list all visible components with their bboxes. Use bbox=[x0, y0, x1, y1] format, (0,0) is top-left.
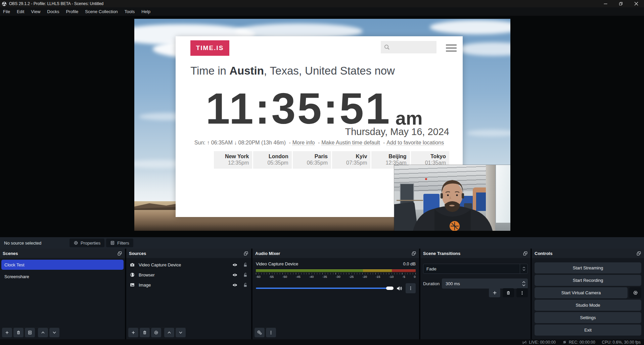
menu-view[interactable]: View bbox=[28, 7, 44, 16]
scene-transitions-panel: Scene Transitions Fade Duration 300 ms bbox=[420, 249, 531, 339]
rec-status: REC: 00:00:00 bbox=[562, 340, 595, 345]
scene-item-screenshare[interactable]: Screenshare bbox=[1, 271, 124, 282]
close-button[interactable] bbox=[629, 0, 644, 7]
move-source-down-button[interactable] bbox=[176, 328, 186, 337]
source-properties-button[interactable] bbox=[151, 328, 161, 337]
clock-display: 11:35:51 am bbox=[176, 87, 453, 130]
source-status-text: No source selected bbox=[4, 241, 70, 246]
scenes-panel: Scenes Clock Test Screenshare bbox=[0, 249, 125, 339]
move-source-up-button[interactable] bbox=[164, 328, 174, 337]
advanced-audio-button[interactable] bbox=[255, 328, 265, 337]
start-recording-button[interactable]: Start Recording bbox=[535, 275, 641, 286]
audio-mixer-panel: Audio Mixer Video Capture Device 0.0 dB bbox=[252, 249, 419, 339]
controls-panel: Controls Start Streaming Start Recording… bbox=[532, 249, 644, 339]
title-bar: OBS 29.1.2 - Profile: LLHLS BETA - Scene… bbox=[0, 0, 644, 7]
dock-area: Scenes Clock Test Screenshare Sources bbox=[0, 249, 644, 339]
unlock-icon[interactable] bbox=[243, 262, 248, 267]
source-row-image[interactable]: Image bbox=[126, 280, 251, 290]
timeis-logo[interactable]: TIME.IS bbox=[190, 40, 229, 56]
clock-time: 11:35:51 bbox=[205, 87, 391, 130]
menu-bar: File Edit View Docks Profile Scene Colle… bbox=[0, 7, 644, 16]
menu-profile[interactable]: Profile bbox=[62, 7, 82, 16]
source-row-video-capture[interactable]: Video Capture Device bbox=[126, 260, 251, 270]
duration-spinner-arrows[interactable] bbox=[522, 281, 528, 286]
minimize-button[interactable] bbox=[598, 0, 613, 7]
unlock-icon[interactable] bbox=[243, 283, 248, 288]
visibility-eye-icon[interactable] bbox=[232, 282, 238, 288]
volume-slider[interactable] bbox=[256, 288, 393, 289]
menu-scene-collection[interactable]: Scene Collection bbox=[82, 7, 121, 16]
search-input[interactable] bbox=[381, 41, 436, 53]
start-virtual-camera-button[interactable]: Start Virtual Camera bbox=[535, 287, 628, 298]
globe-icon bbox=[130, 272, 135, 277]
move-scene-up-button[interactable] bbox=[38, 328, 48, 337]
filter-icon bbox=[110, 241, 115, 245]
current-date: Thursday, May 16, 2024 bbox=[345, 126, 449, 137]
visibility-eye-icon[interactable] bbox=[232, 272, 238, 278]
speaker-icon[interactable] bbox=[396, 285, 403, 292]
mixer-menu-button[interactable] bbox=[266, 328, 276, 337]
mixer-db-value: 0.0 dB bbox=[403, 261, 416, 266]
webcam-overlay[interactable] bbox=[394, 165, 510, 231]
add-favorite-link[interactable]: Add to favorite locations bbox=[386, 140, 444, 146]
preview-canvas[interactable]: TIME.IS Time in Austin, Texas, United St… bbox=[134, 19, 510, 231]
restore-button[interactable] bbox=[613, 0, 629, 7]
make-default-link[interactable]: Make Austin time default bbox=[321, 140, 380, 146]
record-inactive-icon bbox=[562, 340, 567, 344]
unlock-icon[interactable] bbox=[243, 272, 248, 277]
select-spinner-icon[interactable] bbox=[520, 264, 527, 273]
popout-icon bbox=[117, 251, 122, 256]
city-cell[interactable]: Kyiv07:35pm bbox=[332, 151, 370, 169]
menu-edit[interactable]: Edit bbox=[13, 7, 28, 16]
source-row-browser[interactable]: Browser bbox=[126, 270, 251, 280]
remove-transition-button[interactable] bbox=[503, 288, 514, 297]
transition-menu-button[interactable] bbox=[516, 288, 528, 297]
virtual-camera-settings-button[interactable] bbox=[629, 287, 641, 298]
transition-select[interactable]: Fade bbox=[423, 264, 528, 274]
window-title: OBS 29.1.2 - Profile: LLHLS BETA - Scene… bbox=[9, 1, 103, 6]
scene-filters-button[interactable] bbox=[25, 328, 35, 337]
gear-icon bbox=[74, 241, 78, 245]
remove-source-button[interactable] bbox=[140, 328, 150, 337]
obs-logo-icon bbox=[2, 1, 7, 6]
mixer-channel-menu-button[interactable] bbox=[406, 283, 416, 293]
controls-title: Controls bbox=[535, 251, 552, 256]
page-title: Time in Austin, Texas, United States now bbox=[190, 64, 395, 77]
scene-item-clock-test[interactable]: Clock Test bbox=[1, 260, 124, 270]
menu-tools[interactable]: Tools bbox=[121, 7, 138, 16]
preview-area: TIME.IS Time in Austin, Texas, United St… bbox=[0, 16, 644, 237]
city-cell[interactable]: New York12:35pm bbox=[214, 151, 252, 169]
sun-info-line: Sun: ↑ 06:35AM ↓ 08:20PM (13h 46m) -More… bbox=[176, 140, 463, 146]
webcam-person bbox=[394, 165, 510, 231]
mixer-channel-name: Video Capture Device bbox=[256, 261, 298, 266]
popout-icon bbox=[243, 251, 248, 256]
settings-button[interactable]: Settings bbox=[535, 312, 641, 323]
popout-icon bbox=[523, 251, 528, 256]
city-cell[interactable]: Paris06:35pm bbox=[293, 151, 331, 169]
sources-panel: Sources Video Capture Device bbox=[126, 249, 251, 339]
menu-docks[interactable]: Docks bbox=[44, 7, 62, 16]
properties-button[interactable]: Properties bbox=[70, 239, 104, 247]
hamburger-menu-icon[interactable] bbox=[446, 44, 457, 52]
menu-file[interactable]: File bbox=[0, 7, 13, 16]
camera-icon bbox=[130, 262, 135, 267]
city-cell[interactable]: London05:35pm bbox=[253, 151, 291, 169]
volume-meter bbox=[256, 269, 416, 272]
start-streaming-button[interactable]: Start Streaming bbox=[535, 262, 641, 273]
volume-slider-handle[interactable] bbox=[386, 287, 394, 290]
more-info-link[interactable]: More info bbox=[292, 140, 315, 146]
remove-scene-button[interactable] bbox=[13, 328, 24, 337]
duration-spinbox[interactable]: 300 ms bbox=[442, 278, 528, 289]
add-source-button[interactable] bbox=[128, 328, 138, 337]
move-scene-down-button[interactable] bbox=[49, 328, 59, 337]
studio-mode-button[interactable]: Studio Mode bbox=[535, 300, 641, 311]
status-bar: LIVE: 00:00:00 REC: 00:00:00 CPU: 0.6%, … bbox=[0, 339, 644, 345]
add-transition-button[interactable] bbox=[489, 288, 500, 297]
filters-button[interactable]: Filters bbox=[106, 239, 133, 247]
sun-times: Sun: ↑ 06:35AM ↓ 08:20PM (13h 46m) bbox=[194, 140, 286, 145]
exit-button[interactable]: Exit bbox=[535, 325, 641, 336]
menu-help[interactable]: Help bbox=[138, 7, 154, 16]
popout-icon bbox=[411, 251, 416, 256]
add-scene-button[interactable] bbox=[2, 328, 12, 337]
visibility-eye-icon[interactable] bbox=[232, 262, 238, 268]
